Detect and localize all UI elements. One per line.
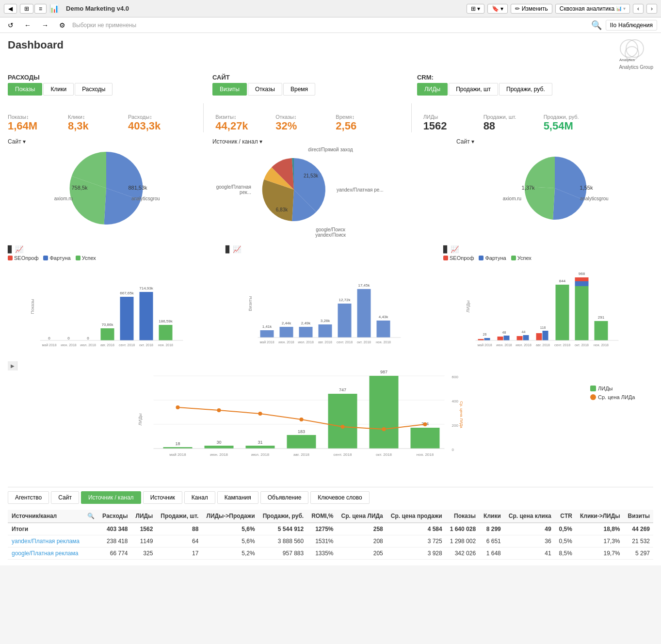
svg-text:1,55k: 1,55k <box>580 185 593 191</box>
row2-lidy: 325 <box>131 547 157 560</box>
bottom-tab-keyword[interactable]: Ключевое слово <box>310 491 369 504</box>
th-search[interactable]: 🔍 <box>83 510 98 523</box>
forward-button[interactable]: → <box>38 20 52 30</box>
prev-button[interactable]: ‹ <box>633 4 644 14</box>
kpi-vizity: Визиты↕ 44,27k <box>215 114 264 132</box>
kpi-vizity-value: 44,27k <box>215 120 264 132</box>
svg-text:Визиты: Визиты <box>248 296 253 311</box>
svg-rect-97 <box>205 446 234 449</box>
tab-otkazy[interactable]: Отказы <box>248 83 282 96</box>
svg-text:analyticsgroup.ru: analyticsgroup.ru <box>580 196 608 201</box>
raskhody-tabs: Показы Клики Расходы <box>8 83 205 96</box>
bottom-tab-channel[interactable]: Канал <box>184 491 215 504</box>
bar-icon-left[interactable]: ▊ <box>8 245 13 253</box>
row2-avg-klika: 41 <box>505 547 555 560</box>
pie-left-container: 758,5k 881,53k axiom.ru analyticsgroup.r… <box>8 147 205 225</box>
legend-seoprof: SEOпроф <box>8 255 38 261</box>
analytics-group-label: Analytics Group <box>614 64 653 70</box>
bar-icon-middle[interactable]: ▊ <box>226 245 231 253</box>
tab-prodazhi-rub[interactable]: Продажи, руб. <box>499 83 552 96</box>
display-button[interactable]: ⊞ ▾ <box>467 4 484 14</box>
modify-button[interactable]: ✏ Изменить <box>511 4 552 14</box>
bar-chart-pokazy: ▊ 📈 SEOпроф Фартуна Успех Пок <box>8 245 218 354</box>
svg-rect-101 <box>287 435 316 449</box>
collapse-arrow[interactable]: ▶ <box>8 361 17 370</box>
svg-text:400: 400 <box>452 399 459 403</box>
svg-rect-78 <box>575 286 589 340</box>
svg-rect-72 <box>543 331 548 340</box>
row1-label[interactable]: yandex/Платная реклама <box>8 535 83 547</box>
bottom-tab-source-channel[interactable]: Источник / канал <box>81 491 141 504</box>
bottom-tab-campaign[interactable]: Кампания <box>217 491 258 504</box>
settings-button[interactable]: ⚙ <box>55 20 69 30</box>
nabl-button[interactable]: IIo Наблюдения <box>606 20 657 31</box>
view-icon-button[interactable]: ⊞ <box>20 4 33 14</box>
svg-text:70,86k: 70,86k <box>101 322 113 327</box>
tab-kliki[interactable]: Клики <box>43 83 74 96</box>
svg-rect-63 <box>484 338 490 340</box>
analytics-button[interactable]: Сквозная аналитика 📊 ▾ <box>555 4 630 14</box>
row2-kliki-lidy: 19,7% <box>576 547 624 560</box>
tab-vizity[interactable]: Визиты <box>212 83 247 96</box>
refresh-button[interactable]: ↺ <box>4 20 17 30</box>
line-icon-right[interactable]: 📈 <box>451 245 459 253</box>
pie-right-selector[interactable]: Сайт ▾ <box>456 138 653 145</box>
dashboard-title: Dashboard <box>8 39 64 51</box>
svg-text:окт. 2018: окт. 2018 <box>376 452 392 457</box>
svg-text:186,59k: 186,59k <box>159 319 173 323</box>
bar-icon-right[interactable]: ▊ <box>443 245 449 253</box>
row2-lidy-prodazhi: 5,2% <box>202 547 258 560</box>
legend-left: SEOпроф Фартуна Успех <box>8 255 218 261</box>
svg-text:6,83k: 6,83k <box>276 207 288 212</box>
svg-text:2,49k: 2,49k <box>301 321 311 325</box>
filter-text: Выборки не применены <box>72 22 136 29</box>
bar-svg-lidy: ЛИДы 26 48 44 116 844 <box>443 263 653 350</box>
th-lidy-prodazhi: ЛИДы->Продажи <box>202 510 258 523</box>
svg-text:44: 44 <box>522 330 526 334</box>
svg-text:июл. 2018: июл. 2018 <box>298 340 314 344</box>
legend-dot-seoprof-r <box>443 256 448 260</box>
svg-text:17,45k: 17,45k <box>358 283 370 288</box>
bottom-tab-agentstvo[interactable]: Агентство <box>8 491 49 504</box>
bottom-tab-ad[interactable]: Объявление <box>260 491 309 504</box>
tab-prodazhi-sht[interactable]: Продажи, шт <box>449 83 498 96</box>
th-vizity: Визиты <box>624 510 653 523</box>
combo-chart-section: ▶ ЛИДы 18 30 31 <box>8 361 653 479</box>
legend-dot-fartuna-r <box>479 256 484 260</box>
tab-pokazy[interactable]: Показы <box>8 83 42 96</box>
svg-text:26: 26 <box>483 333 487 336</box>
row1-avg-prodazhi: 3 725 <box>387 535 446 547</box>
kpi-prodazhi-rub: Продажи, руб. 5,54M <box>544 114 592 132</box>
svg-rect-77 <box>575 281 589 286</box>
svg-rect-65 <box>498 337 503 340</box>
kpi-otkazy: Отказы↕ 32% <box>275 114 324 132</box>
legend-lidy-combo: ЛИДы <box>590 386 653 391</box>
tab-lidy[interactable]: ЛИДы <box>417 83 448 96</box>
list-icon-button[interactable]: ≡ <box>34 4 47 14</box>
row2-label[interactable]: google/Платная реклама <box>8 547 83 560</box>
svg-text:31: 31 <box>258 440 262 445</box>
data-table: Источник/канал 🔍 Расходы ЛИДы Продажи, ш… <box>8 510 653 560</box>
bottom-tab-site[interactable]: Сайт <box>51 491 79 504</box>
site-kpis: Визиты↕ 44,27k Отказы↕ 32% Время↕ 2,56 <box>208 114 407 132</box>
pie-middle-selector[interactable]: Источник / канал ▾ <box>212 138 449 145</box>
pie-middle-container: direct/Прямой заход google/Платная рек..… <box>212 147 449 238</box>
combo-svg: ЛИДы 18 30 31 183 <box>21 361 586 478</box>
back-button[interactable]: ← <box>20 20 35 30</box>
google-poisk-label: google/Поиск <box>316 227 345 232</box>
bottom-tab-source[interactable]: Источник <box>143 491 182 504</box>
bookmark-button[interactable]: 🔖 ▾ <box>487 4 508 14</box>
svg-text:axiom.ru: axiom.ru <box>54 196 73 201</box>
next-button[interactable]: › <box>646 4 657 14</box>
nav-back-button[interactable]: ◀ <box>4 4 17 14</box>
tab-vremya[interactable]: Время <box>283 83 315 96</box>
bar-svg-vizity: Визиты 1,41k 2,44k 2,49k 3,28k 12,72k 17… <box>226 255 435 352</box>
totals-vizity: 44 269 <box>624 523 653 535</box>
line-icon-middle[interactable]: 📈 <box>233 245 241 253</box>
svg-rect-66 <box>504 336 510 340</box>
svg-text:ноя. 2018: ноя. 2018 <box>376 340 391 344</box>
line-icon-left[interactable]: 📈 <box>15 245 23 253</box>
legend-fartuna-r: Фартуна <box>479 255 506 261</box>
pie-left-selector[interactable]: Сайт ▾ <box>8 138 205 145</box>
tab-raskhody[interactable]: Расходы <box>75 83 113 96</box>
